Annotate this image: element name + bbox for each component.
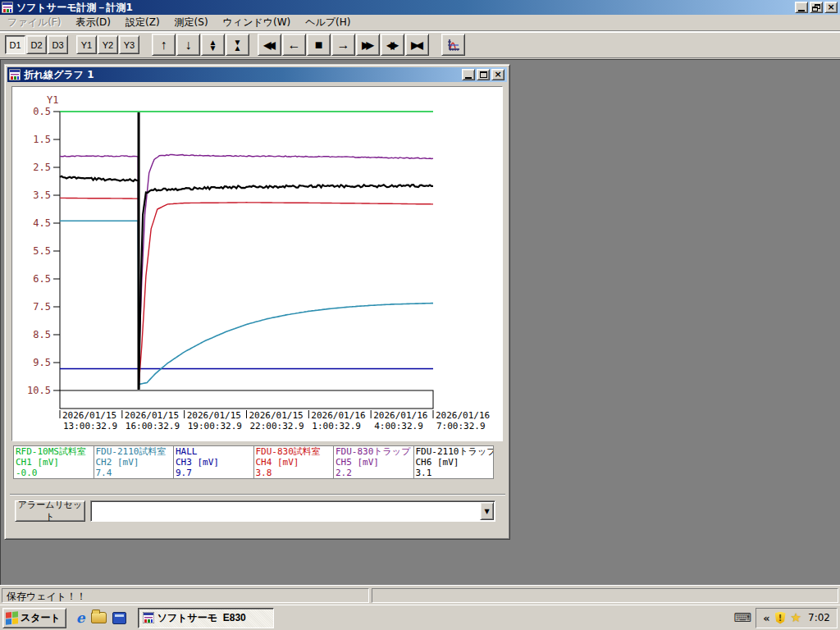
internet-explorer-icon[interactable]: e (76, 609, 85, 626)
channel-label: CH3 [mV] (176, 457, 252, 468)
zoom-in-x-button[interactable]: ▶◀ (405, 34, 429, 56)
menu-measure[interactable]: 測定(S) (167, 14, 216, 31)
channel-value: 3.8 (256, 468, 332, 478)
stop-icon: ■ (315, 38, 323, 52)
channel-value: 3.1 (416, 468, 492, 478)
line-chart: Y10.51.52.53.54.55.56.57.58.59.510.52026… (12, 87, 501, 440)
svg-text:22:00:32.9: 22:00:32.9 (250, 421, 304, 431)
svg-text:4:00:32.9: 4:00:32.9 (374, 421, 423, 431)
channel-value: 7.4 (96, 468, 172, 478)
zoom-in-x-icon: ▶◀ (411, 39, 419, 51)
scroll-down-button[interactable]: ↓ (176, 34, 200, 56)
status-message: 保存ウェイト！！ (2, 588, 369, 603)
svg-text:6.5: 6.5 (33, 273, 51, 285)
channel-value: -0.0 (16, 468, 92, 478)
zoom-out-x-button[interactable]: ◀▶ (381, 34, 404, 56)
chart-panel: Y10.51.52.53.54.55.56.57.58.59.510.52026… (11, 86, 503, 441)
graph-close-button[interactable]: × (491, 69, 504, 80)
minimize-icon (798, 10, 805, 11)
svg-text:10.5: 10.5 (27, 385, 51, 396)
svg-text:2.5: 2.5 (33, 162, 51, 173)
svg-text:3.5: 3.5 (33, 189, 51, 201)
graph-maximize-button[interactable] (477, 69, 490, 80)
svg-text:2026/01/15: 2026/01/15 (125, 410, 179, 421)
start-button[interactable]: スタート (2, 608, 66, 628)
menu-file[interactable]: ファイル(F) (0, 14, 68, 31)
menu-help[interactable]: ヘルプ(H) (298, 14, 358, 31)
stop-button[interactable]: ■ (307, 34, 331, 56)
task-label: ソフトサーモ E830 (158, 611, 246, 625)
alarm-reset-button[interactable]: アラームリセット (15, 500, 85, 522)
svg-text:4.5: 4.5 (33, 217, 51, 229)
channel-label: CH4 [mV] (256, 457, 332, 468)
svg-text:2026/01/16: 2026/01/16 (436, 410, 490, 421)
svg-text:5.5: 5.5 (33, 245, 51, 257)
menu-window[interactable]: ウィンドウ(W) (216, 14, 299, 31)
menu-view[interactable]: 表示(D) (68, 14, 118, 31)
star-icon[interactable]: ★ (791, 610, 801, 625)
svg-text:2026/01/15: 2026/01/15 (187, 410, 241, 421)
toolbar-d1-button[interactable]: D1 (5, 35, 25, 54)
svg-text:8.5: 8.5 (33, 329, 51, 340)
svg-text:19:00:32.9: 19:00:32.9 (188, 421, 242, 431)
window-title: ソフトサーモ計測－計測1 (16, 1, 795, 15)
svg-text:2026/01/16: 2026/01/16 (311, 410, 365, 421)
svg-text:1:00:32.9: 1:00:32.9 (312, 421, 361, 431)
svg-text:13:00:32.9: 13:00:32.9 (63, 421, 117, 431)
channel-name: FDU-2110トラップ (416, 446, 492, 457)
svg-text:7.5: 7.5 (33, 301, 51, 313)
graph-view-button[interactable] (441, 34, 465, 56)
task-button-softthermo[interactable]: ソフトサーモ E830 (138, 608, 274, 628)
svg-text:7:00:32.9: 7:00:32.9 (436, 421, 486, 431)
graph-minimize-button[interactable] (462, 69, 475, 80)
channel-value: 9.7 (176, 468, 252, 478)
show-desktop-icon[interactable] (91, 612, 107, 623)
channel-cell-ch4: FDU-830試料室 CH4 [mV] 3.8 (254, 446, 334, 478)
keyboard-icon[interactable]: ⌨ (734, 610, 752, 625)
compress-y-button[interactable]: ▼▲ (226, 34, 249, 56)
taskbar-clock: 7:02 (808, 612, 830, 623)
windows-logo-icon (6, 611, 18, 625)
channel-value: 2.2 (336, 468, 412, 478)
tray-chevron-button[interactable]: « (763, 612, 769, 624)
channel-cell-ch1: RFD-10MS試料室 CH1 [mV] -0.0 (14, 446, 94, 478)
zoom-out-x-icon: ◀▶ (386, 39, 395, 51)
toolbar-d3-button[interactable]: D3 (48, 35, 68, 54)
system-tray: ⌨ « ! ★ 7:02 (734, 608, 838, 628)
close-icon: × (494, 71, 501, 79)
toolbar-y1-button[interactable]: Y1 (76, 35, 97, 54)
expand-y-button[interactable]: ▲▼ (201, 34, 225, 56)
channel-name: HALL (176, 446, 252, 457)
toolbar-y3-button[interactable]: Y3 (119, 35, 139, 54)
channel-name: RFD-10MS試料室 (16, 446, 92, 457)
channel-name: FDU-830試料室 (256, 446, 332, 457)
taskbar: スタート e ソフトサーモ E830 ⌨ « ! ★ 7:0 (0, 605, 840, 630)
channel-label: CH6 [mV] (416, 457, 492, 468)
security-shield-icon[interactable]: ! (775, 612, 786, 624)
step-forward-button[interactable]: → (331, 34, 355, 56)
step-back-button[interactable]: ← (282, 34, 306, 56)
fast-forward-button[interactable]: ▶▶ (356, 34, 380, 56)
channel-table: RFD-10MS試料室 CH1 [mV] -0.0 FDU-2110試料室 CH… (13, 445, 494, 479)
chevron-down-icon: ▼ (484, 508, 489, 515)
desktop: ソフトサーモ計測－計測1 × ファイル(F) 表示(D) 設定(Z) 測定(S)… (0, 0, 840, 630)
restore-button[interactable] (810, 2, 823, 13)
app-icon (2, 2, 13, 13)
main-titlebar: ソフトサーモ計測－計測1 × (0, 0, 840, 15)
minimize-button[interactable] (795, 2, 808, 13)
rewind-button[interactable]: ◀◀ (258, 34, 281, 56)
combobox-dropdown-button[interactable]: ▼ (480, 502, 494, 520)
status-panel-secondary (372, 588, 838, 603)
alarm-combobox[interactable]: ▼ (90, 500, 495, 522)
outlook-icon[interactable] (112, 612, 126, 624)
channel-label: CH2 [mV] (96, 457, 172, 468)
toolbar-y2-button[interactable]: Y2 (98, 35, 118, 54)
menu-settings[interactable]: 設定(Z) (118, 14, 167, 31)
svg-text:9.5: 9.5 (33, 357, 51, 368)
close-button[interactable]: × (824, 2, 838, 13)
restore-icon (812, 4, 820, 11)
toolbar-d2-button[interactable]: D2 (26, 35, 47, 54)
scroll-up-button[interactable]: ↑ (152, 34, 176, 56)
channel-label: CH5 [mV] (336, 457, 412, 468)
channel-cell-ch6: FDU-2110トラップ CH6 [mV] 3.1 (414, 446, 494, 478)
